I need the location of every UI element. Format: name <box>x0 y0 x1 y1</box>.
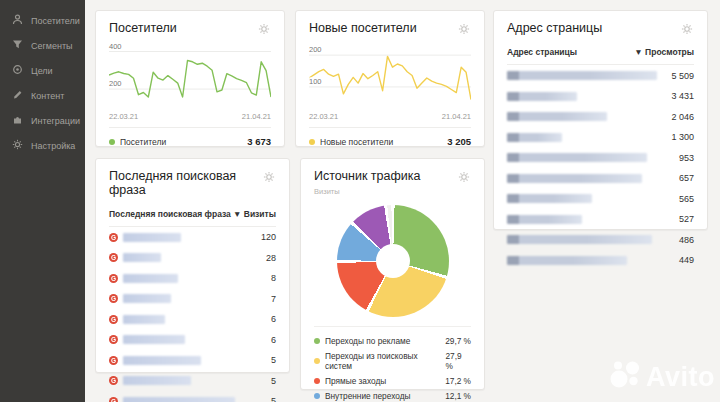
legend-dot <box>314 358 320 364</box>
widget-settings-gear-icon[interactable] <box>680 22 694 36</box>
row-value: 5 509 <box>671 71 694 81</box>
blurred-cell <box>123 253 161 262</box>
column-header-search-phrase[interactable]: Последняя поисковая фраза <box>109 209 231 219</box>
blurred-cell <box>123 397 235 402</box>
favicon-icon: G <box>109 294 118 303</box>
blurred-cell <box>507 112 607 121</box>
widget-settings-gear-icon[interactable] <box>262 170 276 184</box>
card-title: Новые посетители <box>309 22 417 36</box>
blurred-cell <box>123 335 185 344</box>
table-row[interactable]: 953 <box>507 148 694 168</box>
chart-legend: Новые посетители 3 205 <box>309 128 471 147</box>
sidebar-item-content[interactable]: Контент <box>0 83 85 108</box>
widget-settings-gear-icon[interactable] <box>257 22 271 36</box>
row-value: 120 <box>261 232 276 242</box>
favicon-icon: G <box>109 253 118 262</box>
row-value: 953 <box>679 153 694 163</box>
column-header-visits-sort[interactable]: ▼ Визиты <box>233 209 276 219</box>
widget-settings-gear-icon[interactable] <box>457 170 471 184</box>
blurred-cell <box>123 356 201 365</box>
legend-label: Переходы по рекламе <box>325 336 410 346</box>
card-page-address: Адрес страницы Адрес страницы ▼ Просмотр… <box>493 10 708 230</box>
table-row[interactable]: 657 <box>507 169 694 189</box>
table-row[interactable]: 565 <box>507 189 694 209</box>
legend-item[interactable]: Прямые заходы17,2 % <box>314 373 471 388</box>
column-header-views-sort[interactable]: ▼ Просмотры <box>634 47 694 57</box>
puzzle-icon <box>12 114 23 127</box>
traffic-source-pie-chart[interactable] <box>337 205 449 317</box>
y-axis-label: 400 <box>109 42 124 51</box>
legend-value: 27,9 % <box>445 351 471 371</box>
legend-item[interactable]: Внутренние переходы12,1 % <box>314 389 471 402</box>
new-visitors-line-chart[interactable]: 100200 <box>309 44 471 108</box>
row-value: 5 <box>271 396 276 402</box>
blurred-cell <box>123 315 165 324</box>
table-row[interactable]: 2 046 <box>507 107 694 127</box>
favicon-icon: G <box>109 315 118 324</box>
legend-value: 29,7 % <box>445 336 471 346</box>
table-row[interactable]: 5 509 <box>507 66 694 86</box>
legend-value: 17,2 % <box>445 376 471 386</box>
chart-legend: Посетители 3 673 <box>109 128 271 147</box>
sidebar-item-integrations[interactable]: Интеграции <box>0 108 85 133</box>
blurred-cell <box>123 294 171 303</box>
table-row[interactable]: 449 <box>507 251 694 271</box>
table-row[interactable]: G5 <box>109 392 276 402</box>
table-row[interactable]: 527 <box>507 210 694 230</box>
card-title: Посетители <box>109 22 177 36</box>
table-row[interactable]: G120 <box>109 228 276 248</box>
table-row[interactable]: 3 431 <box>507 87 694 107</box>
legend-item[interactable]: Переходы из поисковых систем27,9 % <box>314 348 471 373</box>
new-visitors-total: 3 205 <box>447 136 471 147</box>
table-row[interactable]: G5 <box>109 371 276 391</box>
search-phrase-table: G120G28G8G7G6G6G5G5G5G4 <box>109 228 276 402</box>
table-row[interactable]: 486 <box>507 230 694 250</box>
table-row[interactable]: G5 <box>109 351 276 371</box>
sidebar: Посетители Сегменты Цели Контент Интегра… <box>0 0 85 402</box>
sidebar-item-goals[interactable]: Цели <box>0 58 85 83</box>
legend-label: Прямые заходы <box>325 376 386 386</box>
table-row[interactable]: G6 <box>109 330 276 350</box>
row-value: 6 <box>271 314 276 324</box>
blurred-cell <box>507 256 627 265</box>
legend-item[interactable]: Переходы по рекламе29,7 % <box>314 333 471 348</box>
blurred-cell <box>123 233 181 242</box>
table-row[interactable]: G28 <box>109 248 276 268</box>
row-value: 8 <box>271 273 276 283</box>
blurred-cell <box>507 194 592 203</box>
table-row[interactable]: 1 300 <box>507 128 694 148</box>
sidebar-item-label: Контент <box>31 91 64 101</box>
card-traffic-source: Источник трафика Визиты Переходы по рекл… <box>300 158 485 390</box>
sidebar-item-settings[interactable]: Настройка <box>0 133 85 158</box>
table-row[interactable]: G6 <box>109 310 276 330</box>
column-header-page-address[interactable]: Адрес страницы <box>507 47 577 57</box>
row-value: 2 046 <box>671 112 694 122</box>
favicon-icon: G <box>109 335 118 344</box>
blurred-cell <box>123 274 178 283</box>
sidebar-item-segments[interactable]: Сегменты <box>0 33 85 58</box>
table-row[interactable]: G7 <box>109 289 276 309</box>
blurred-cell <box>507 92 577 101</box>
favicon-icon: G <box>109 397 118 402</box>
widget-settings-gear-icon[interactable] <box>457 22 471 36</box>
table-row[interactable]: G8 <box>109 269 276 289</box>
sidebar-item-visitors[interactable]: Посетители <box>0 8 85 33</box>
date-from: 22.03.21 <box>109 112 138 121</box>
y-axis-label: 200 <box>309 45 324 54</box>
legend-label: Внутренние переходы <box>325 391 410 401</box>
blurred-cell <box>507 235 652 244</box>
visitors-line-chart[interactable]: 200400 <box>109 44 271 108</box>
row-value: 527 <box>679 214 694 224</box>
traffic-source-legend: Переходы по рекламе29,7 %Переходы из пои… <box>314 326 471 402</box>
legend-dot <box>314 393 320 399</box>
blurred-cell <box>507 174 642 183</box>
blurred-cell <box>507 215 582 224</box>
card-title: Источник трафика <box>314 170 420 184</box>
card-title: Адрес страницы <box>507 22 602 36</box>
blurred-cell <box>507 133 562 142</box>
date-to: 21.04.21 <box>242 112 271 121</box>
row-value: 657 <box>679 173 694 183</box>
row-value: 1 300 <box>671 132 694 142</box>
favicon-icon: G <box>109 376 118 385</box>
legend-label: Новые посетители <box>320 137 393 147</box>
